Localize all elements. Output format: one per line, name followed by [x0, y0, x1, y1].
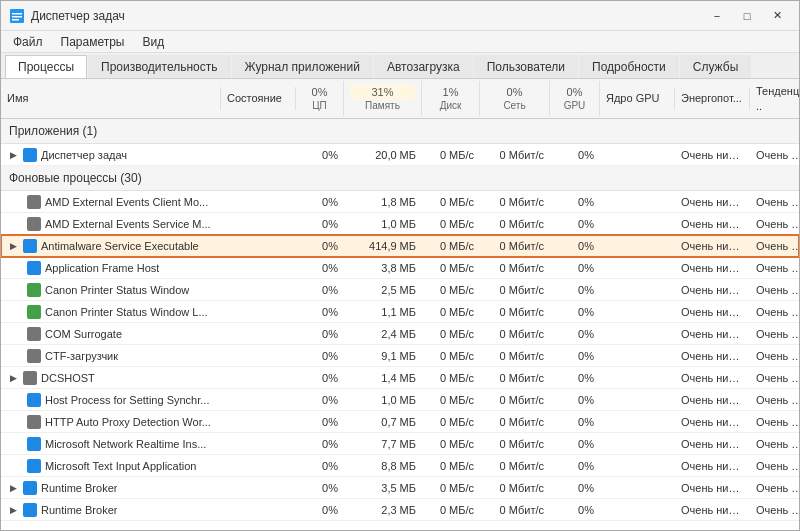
process-name-cell: ▶Runtime Broker: [1, 479, 221, 497]
col-gpu_core: [600, 376, 675, 380]
table-row[interactable]: CTF-загрузчик0%9,1 МБ0 МБ/с0 Мбит/с0%Оче…: [1, 345, 799, 367]
col-state: [221, 486, 296, 490]
col-gpu: 0%: [550, 282, 600, 298]
col-memory: 2,3 МБ: [344, 502, 422, 518]
tab-startup[interactable]: Автозагрузка: [374, 55, 473, 78]
expand-icon[interactable]: ▶: [7, 504, 19, 516]
col-energy: Очень низк...: [675, 147, 750, 163]
col-gpu_core: [600, 200, 675, 204]
process-icon: [27, 437, 41, 451]
col-memory: 414,9 МБ: [344, 238, 422, 254]
process-name: CTF-загрузчик: [45, 350, 118, 362]
process-icon: [27, 415, 41, 429]
col-network[interactable]: 0% Сеть: [480, 81, 550, 116]
col-energy: Очень низк...: [675, 370, 750, 386]
col-trend: Очень низ...: [750, 414, 799, 430]
menu-view[interactable]: Вид: [134, 33, 172, 51]
col-cpu[interactable]: 0% ЦП: [296, 81, 344, 116]
col-gpu: 0%: [550, 458, 600, 474]
table-row[interactable]: Microsoft Text Input Application0%8,8 МБ…: [1, 455, 799, 477]
process-icon: [27, 459, 41, 473]
col-disk: 0 МБ/с: [422, 147, 480, 163]
table-row[interactable]: HTTP Auto Proxy Detection Wor...0%0,7 МБ…: [1, 411, 799, 433]
col-network: 0 Мбит/с: [480, 458, 550, 474]
process-name-cell: ▶Диспетчер задач: [1, 146, 221, 164]
col-network: 0 Мбит/с: [480, 282, 550, 298]
col-disk: 0 МБ/с: [422, 304, 480, 320]
col-cpu: 0%: [296, 458, 344, 474]
process-name: HTTP Auto Proxy Detection Wor...: [45, 416, 211, 428]
col-trend[interactable]: Тенденц...: [750, 80, 799, 117]
col-memory: 1,8 МБ: [344, 194, 422, 210]
process-icon: [27, 217, 41, 231]
table-row[interactable]: Canon Printer Status Window L...0%1,1 МБ…: [1, 301, 799, 323]
window-controls: − □ ✕: [703, 6, 791, 26]
title-bar: Диспетчер задач − □ ✕: [1, 1, 799, 31]
col-state: [221, 420, 296, 424]
col-gpu_core: [600, 332, 675, 336]
col-trend: Очень низ...: [750, 458, 799, 474]
col-trend: Очень низ...: [750, 348, 799, 364]
col-trend: Очень низ...: [750, 147, 799, 163]
table-row[interactable]: Microsoft Network Realtime Ins...0%7,7 М…: [1, 433, 799, 455]
col-gpu[interactable]: 0% GPU: [550, 81, 600, 116]
col-disk[interactable]: 1% Диск: [422, 81, 480, 116]
process-name-cell: Microsoft Network Realtime Ins...: [1, 435, 221, 453]
col-gpu: 0%: [550, 194, 600, 210]
col-name[interactable]: Имя: [1, 87, 221, 109]
expand-icon[interactable]: ▶: [7, 240, 19, 252]
col-gpu_core: [600, 354, 675, 358]
process-name: Host Process for Setting Synchr...: [45, 394, 209, 406]
col-disk: 0 МБ/с: [422, 480, 480, 496]
process-name: AMD External Events Service M...: [45, 218, 211, 230]
process-name-cell: ▶Runtime Broker: [1, 501, 221, 519]
col-network: 0 Мбит/с: [480, 480, 550, 496]
minimize-button[interactable]: −: [703, 6, 731, 26]
process-icon: [23, 371, 37, 385]
col-cpu: 0%: [296, 480, 344, 496]
col-gpu: 0%: [550, 348, 600, 364]
tab-performance[interactable]: Производительность: [88, 55, 230, 78]
col-trend: Очень низ...: [750, 480, 799, 496]
col-memory: 1,0 МБ: [344, 392, 422, 408]
expand-icon[interactable]: ▶: [7, 149, 19, 161]
col-network: 0 Мбит/с: [480, 370, 550, 386]
tab-details[interactable]: Подробности: [579, 55, 679, 78]
table-row[interactable]: ▶Antimalware Service Executable0%414,9 М…: [1, 235, 799, 257]
table-row[interactable]: ▶Runtime Broker0%3,5 МБ0 МБ/с0 Мбит/с0%О…: [1, 477, 799, 499]
col-state[interactable]: Состояние: [221, 87, 296, 109]
col-energy: Очень низк...: [675, 502, 750, 518]
expand-icon[interactable]: ▶: [7, 482, 19, 494]
table-row[interactable]: AMD External Events Service M...0%1,0 МБ…: [1, 213, 799, 235]
menu-file[interactable]: Файл: [5, 33, 51, 51]
tab-processes[interactable]: Процессы: [5, 55, 87, 78]
table-row[interactable]: Canon Printer Status Window0%2,5 МБ0 МБ/…: [1, 279, 799, 301]
col-energy[interactable]: Энергопот...: [675, 87, 750, 109]
table-row[interactable]: Application Frame Host0%3,8 МБ0 МБ/с0 Мб…: [1, 257, 799, 279]
table-header: Имя Состояние 0% ЦП 31% Память 1% Диск 0…: [1, 79, 799, 119]
col-energy: Очень низк...: [675, 238, 750, 254]
svg-rect-2: [12, 16, 22, 18]
col-disk: 0 МБ/с: [422, 282, 480, 298]
close-button[interactable]: ✕: [763, 6, 791, 26]
col-state: [221, 442, 296, 446]
col-gpu-core[interactable]: Ядро GPU: [600, 87, 675, 109]
col-memory[interactable]: 31% Память: [344, 81, 422, 116]
table-row[interactable]: Host Process for Setting Synchr...0%1,0 …: [1, 389, 799, 411]
tab-services[interactable]: Службы: [680, 55, 751, 78]
group-header-1: Фоновые процессы (30): [1, 166, 799, 191]
menu-params[interactable]: Параметры: [53, 33, 133, 51]
table-row[interactable]: COM Surrogate0%2,4 МБ0 МБ/с0 Мбит/с0%Оче…: [1, 323, 799, 345]
tab-app-history[interactable]: Журнал приложений: [232, 55, 373, 78]
table-row[interactable]: ▶Runtime Broker0%2,3 МБ0 МБ/с0 Мбит/с0%О…: [1, 499, 799, 521]
table-row[interactable]: ▶DCSHOST0%1,4 МБ0 МБ/с0 Мбит/с0%Очень ни…: [1, 367, 799, 389]
expand-icon[interactable]: ▶: [7, 372, 19, 384]
maximize-button[interactable]: □: [733, 6, 761, 26]
tab-users[interactable]: Пользователи: [474, 55, 578, 78]
col-energy: Очень низк...: [675, 458, 750, 474]
table-row[interactable]: AMD External Events Client Mo...0%1,8 МБ…: [1, 191, 799, 213]
col-network: 0 Мбит/с: [480, 348, 550, 364]
col-disk: 0 МБ/с: [422, 326, 480, 342]
col-gpu_core: [600, 398, 675, 402]
table-row[interactable]: ▶Диспетчер задач0%20,0 МБ0 МБ/с0 Мбит/с0…: [1, 144, 799, 166]
